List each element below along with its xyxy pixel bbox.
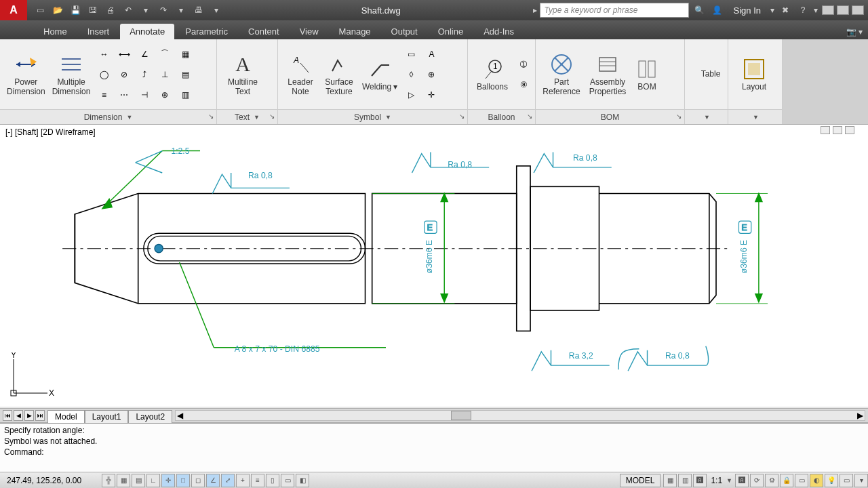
sym-taper-icon[interactable]: ▷ — [401, 85, 420, 104]
chevron-down-icon[interactable]: ▼ — [126, 114, 132, 121]
dim-continue-icon[interactable]: ⋯ — [115, 85, 134, 104]
tab-home[interactable]: Home — [34, 24, 77, 39]
tab-manage[interactable]: Manage — [330, 24, 380, 39]
plot-icon[interactable]: 🖶 — [193, 4, 205, 16]
sb-otrack-icon[interactable]: ∠ — [206, 474, 220, 487]
lt-last-icon[interactable]: ⏭ — [35, 410, 45, 421]
user-icon[interactable]: 👤 — [711, 3, 724, 17]
surface-texture-button[interactable]: Surface Texture — [320, 51, 358, 98]
infocenter-icon[interactable]: 🔍 — [693, 3, 707, 17]
sb-tray-icon[interactable]: ▾ — [854, 474, 868, 487]
dim-center-icon[interactable]: ⊕ — [155, 85, 174, 104]
sym-fcf-icon[interactable]: ▭ — [401, 45, 420, 64]
part-reference-button[interactable]: Part Reference — [540, 51, 583, 98]
sb-snap-icon[interactable]: ▦ — [117, 474, 130, 487]
undo-dd-icon[interactable]: ▾ — [140, 4, 152, 16]
tab-content[interactable]: Content — [239, 24, 289, 39]
sb-hardware-icon[interactable]: ▭ — [795, 474, 808, 487]
sb-infer-icon[interactable]: ╬ — [102, 474, 115, 487]
sb-ortho-icon[interactable]: ∟ — [146, 474, 160, 487]
sb-qp-icon[interactable]: ▭ — [281, 474, 294, 487]
model-space-button[interactable]: MODEL — [620, 474, 661, 487]
saveas-icon[interactable]: 🖫 — [87, 4, 99, 16]
sign-in-button[interactable]: Sign In — [728, 5, 766, 16]
vp-close-icon[interactable] — [845, 126, 854, 134]
new-icon[interactable]: ▭ — [34, 4, 46, 16]
dim-baseline-icon[interactable]: ≡ — [94, 85, 113, 104]
tab-output[interactable]: Output — [382, 24, 427, 39]
tab-online[interactable]: Online — [429, 24, 473, 39]
panel-text-label[interactable]: Text — [235, 113, 250, 122]
layout-tab-layout2[interactable]: Layout2 — [128, 410, 172, 423]
hscroll[interactable]: ◀▶ — [175, 410, 865, 421]
search-go-icon[interactable]: ▸ — [533, 5, 537, 15]
sym-datum-icon[interactable]: A — [422, 45, 441, 64]
dim-ordinate-icon[interactable]: ⊥ — [155, 65, 174, 84]
lt-prev-icon[interactable]: ◀ — [14, 410, 23, 421]
sb-3dosnap-icon[interactable]: ◻ — [191, 474, 205, 487]
sb-obj-icon[interactable]: 💡 — [825, 474, 838, 487]
dim-edit3-icon[interactable]: ▥ — [176, 85, 195, 104]
app-menu-button[interactable]: A — [0, 0, 27, 20]
sb-ducs-icon[interactable]: ⤢ — [221, 474, 235, 487]
lt-first-icon[interactable]: ⏮ — [3, 410, 12, 421]
sb-sc-icon[interactable]: ◧ — [296, 474, 309, 487]
bom-button[interactable]: BOM — [632, 56, 662, 94]
hscroll-thumb[interactable] — [451, 411, 471, 420]
multiple-dimension-button[interactable]: Multiple Dimension — [50, 51, 94, 98]
sb-annoscale-icon[interactable]: 🅰 — [693, 474, 707, 487]
exchange-icon[interactable]: ✖ — [778, 3, 792, 17]
sb-clean-icon[interactable]: ▭ — [840, 474, 853, 487]
sb-annoauto-icon[interactable]: ⟳ — [750, 474, 764, 487]
minimize-button[interactable] — [822, 5, 834, 15]
command-window[interactable]: Specify rotation angle: Symbol was not a… — [0, 423, 868, 472]
tab-annotate[interactable]: Annotate — [120, 24, 174, 39]
tab-view[interactable]: View — [290, 24, 328, 39]
drawing-viewport[interactable]: [-] [Shaft] [2D Wireframe] — [0, 125, 868, 407]
redo-dd-icon[interactable]: ▾ — [175, 4, 187, 16]
dim-edit2-icon[interactable]: ▤ — [176, 65, 195, 84]
qat-dd-icon[interactable]: ▾ — [210, 4, 222, 16]
layout-button[interactable]: Layout — [732, 56, 776, 94]
assembly-properties-button[interactable]: Assembly Properties — [585, 51, 631, 98]
ribbon-extra-icon[interactable]: 📷 ▾ — [841, 24, 868, 39]
balloon-opt2-icon[interactable]: ⑧ — [514, 75, 533, 94]
balloons-button[interactable]: 1 Balloons — [472, 56, 513, 94]
table-button[interactable]: Table — [689, 68, 732, 81]
dim-radius-icon[interactable]: ◯ — [94, 65, 113, 84]
power-dimension-button[interactable]: Power Dimension — [4, 51, 48, 98]
help-dd-icon[interactable]: ▾ — [814, 5, 818, 15]
sb-osnap-icon[interactable]: □ — [176, 474, 190, 487]
print-icon[interactable]: 🖨 — [104, 4, 117, 16]
dim-linear-icon[interactable]: ↔ — [94, 45, 113, 64]
save-icon[interactable]: 💾 — [69, 4, 81, 16]
sb-isolate-icon[interactable]: ◐ — [810, 474, 823, 487]
dialog-launcher-icon[interactable]: ↘ — [208, 113, 214, 120]
dim-break-icon[interactable]: ⊣ — [135, 85, 154, 104]
redo-icon[interactable]: ↷ — [157, 4, 170, 16]
panel-dimension-label[interactable]: Dimension — [84, 113, 123, 122]
lt-next-icon[interactable]: ▶ — [24, 410, 34, 421]
panel-symbol-label[interactable]: Symbol — [354, 113, 381, 122]
sb-grid3-icon[interactable]: ▥ — [678, 474, 692, 487]
welding-button[interactable]: Welding ▾ — [359, 56, 400, 94]
sb-ws-icon[interactable]: ⚙ — [765, 474, 778, 487]
signin-dd-icon[interactable]: ▾ — [770, 5, 774, 15]
help-icon[interactable]: ? — [796, 3, 810, 17]
restore-button[interactable] — [837, 5, 849, 15]
sb-tpy-icon[interactable]: ▯ — [266, 474, 279, 487]
open-icon[interactable]: 📂 — [52, 4, 64, 16]
tab-addins[interactable]: Add-Ins — [474, 24, 524, 39]
panel-balloon-label[interactable]: Balloon — [488, 113, 515, 122]
dim-angular-icon[interactable]: ∠ — [135, 45, 154, 64]
search-input[interactable]: Type a keyword or phrase — [540, 3, 689, 18]
sym-centerline-icon[interactable]: ✛ — [422, 85, 441, 104]
dim-edit1-icon[interactable]: ▦ — [176, 45, 195, 64]
sb-annovis-icon[interactable]: 🅰 — [735, 474, 749, 487]
drawing-canvas[interactable]: 1:2.5 Ra 0,8 Ra 0,8 Ra 0,8 Ra 3,2 Ra 0,8… — [0, 125, 868, 407]
panel-bom-label[interactable]: BOM — [601, 113, 619, 122]
dim-diameter-icon[interactable]: ⊘ — [115, 65, 134, 84]
viewport-label[interactable]: [-] [Shaft] [2D Wireframe] — [5, 127, 96, 137]
sym-target-icon[interactable]: ⊕ — [422, 65, 441, 84]
coordinate-readout[interactable]: 247.49, 125.26, 0.00 — [0, 476, 102, 485]
